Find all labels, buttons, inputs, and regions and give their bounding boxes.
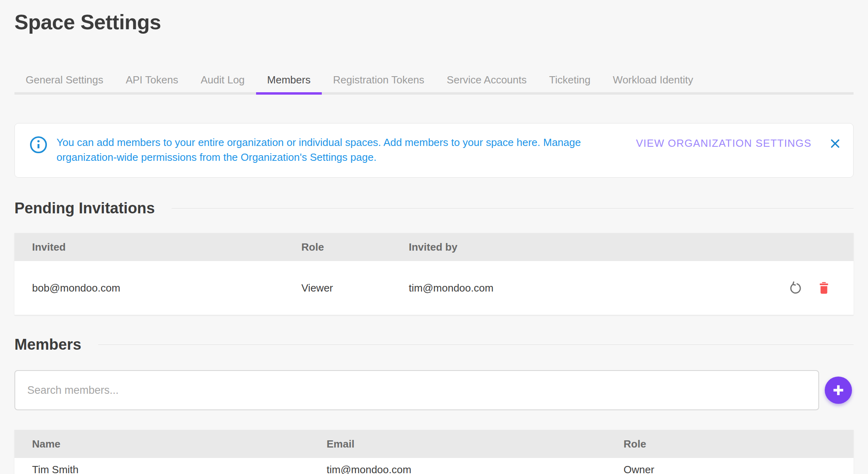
section-divider [172, 208, 854, 209]
tab-ticketing[interactable]: Ticketing [538, 74, 602, 86]
plus-icon [831, 383, 846, 398]
members-table: Name Email Role Tim Smith tim@mondoo.com… [14, 430, 854, 474]
invited-role: Viewer [301, 282, 409, 294]
column-header-role: Role [301, 241, 409, 253]
resend-invitation-button[interactable] [788, 281, 802, 295]
page-title: Space Settings [14, 0, 854, 34]
settings-tabs: General Settings API Tokens Audit Log Me… [14, 74, 854, 95]
info-banner: You can add members to your entire organ… [14, 123, 854, 178]
delete-invitation-button[interactable] [817, 281, 831, 295]
banner-actions: VIEW ORGANIZATION SETTINGS [636, 137, 841, 150]
info-circle-icon [29, 136, 48, 154]
tab-audit-log[interactable]: Audit Log [190, 74, 256, 86]
member-row: Tim Smith tim@mondoo.com Owner [14, 458, 854, 474]
pending-invitation-row: bob@mondoo.com Viewer tim@mondoo.com [14, 261, 854, 315]
members-search-row [14, 370, 854, 410]
column-header-invited: Invited [14, 241, 301, 253]
column-header-role: Role [624, 438, 854, 450]
resend-replay-icon [788, 281, 802, 295]
tab-members[interactable]: Members [256, 74, 322, 86]
invited-by-email: tim@mondoo.com [409, 282, 759, 294]
tab-service-accounts[interactable]: Service Accounts [436, 74, 538, 86]
member-role: Owner [624, 458, 854, 474]
pending-invitations-table: Invited Role Invited by bob@mondoo.com V… [14, 233, 854, 315]
trash-icon [817, 281, 831, 295]
section-divider [98, 344, 854, 345]
banner-message: You can add members to your entire organ… [57, 135, 636, 165]
search-members-input[interactable] [14, 370, 819, 410]
tab-general-settings[interactable]: General Settings [14, 74, 115, 86]
pending-table-header: Invited Role Invited by [14, 233, 854, 261]
tab-workload-identity[interactable]: Workload Identity [602, 74, 704, 86]
tab-api-tokens[interactable]: API Tokens [115, 74, 190, 86]
pending-invitations-title: Pending Invitations [14, 199, 155, 217]
invited-email: bob@mondoo.com [14, 282, 301, 294]
column-header-name: Name [14, 438, 327, 450]
member-email: tim@mondoo.com [327, 458, 624, 474]
row-actions [759, 281, 854, 295]
pending-invitations-section-header: Pending Invitations [14, 199, 854, 217]
column-header-email: Email [327, 438, 624, 450]
tabs-track [14, 92, 854, 95]
view-organization-settings-link[interactable]: VIEW ORGANIZATION SETTINGS [636, 137, 811, 150]
close-banner-icon[interactable] [829, 138, 841, 150]
tab-registration-tokens[interactable]: Registration Tokens [322, 74, 436, 86]
member-name: Tim Smith [14, 458, 327, 474]
members-table-header: Name Email Role [14, 430, 854, 458]
column-header-invited-by: Invited by [409, 241, 759, 253]
members-title: Members [14, 336, 81, 353]
members-section-header: Members [14, 336, 854, 353]
space-settings-page: Space Settings General Settings API Toke… [14, 0, 854, 474]
add-member-button[interactable] [825, 377, 852, 404]
